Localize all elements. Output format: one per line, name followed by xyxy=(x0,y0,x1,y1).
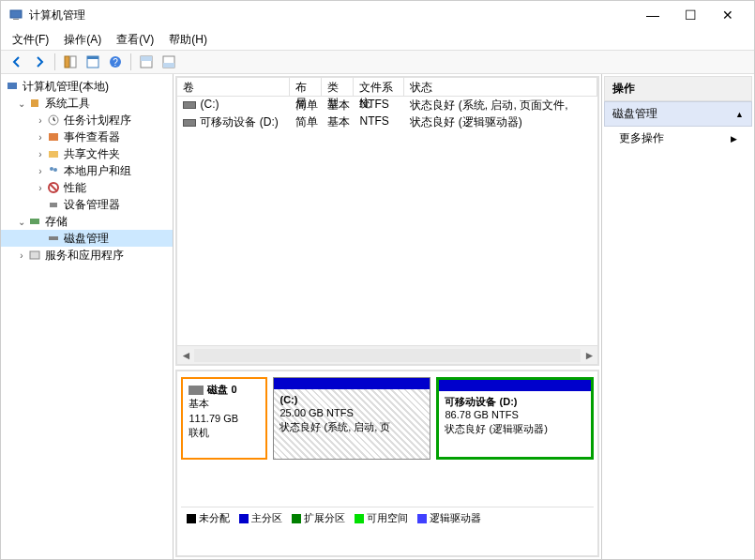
volume-list: 卷 布局 类型 文件系统 状态 (C:) 简单 基本 NTFS 状态良好 (系统… xyxy=(175,76,599,366)
swatch-extended xyxy=(292,514,301,523)
svg-rect-1 xyxy=(13,19,19,20)
disk-map: 磁盘 0 基本 111.79 GB 联机 (C:) 25.00 GB NTFS … xyxy=(175,370,599,557)
partition-c[interactable]: (C:) 25.00 GB NTFS 状态良好 (系统, 启动, 页 xyxy=(273,377,430,460)
menu-file[interactable]: 文件(F) xyxy=(5,30,56,50)
tree-storage[interactable]: ⌄存储 xyxy=(1,213,173,230)
volume-row-c[interactable]: (C:) 简单 基本 NTFS 状态良好 (系统, 启动, 页面文件, xyxy=(177,97,597,114)
properties-button[interactable] xyxy=(83,52,103,72)
back-button[interactable] xyxy=(7,52,27,72)
separator xyxy=(130,53,131,70)
tree-root[interactable]: 计算机管理(本地) xyxy=(1,78,173,95)
col-volume[interactable]: 卷 xyxy=(177,78,290,96)
view-bottom-button[interactable] xyxy=(159,52,179,72)
tree-event-viewer[interactable]: ›事件查看器 xyxy=(1,129,173,145)
swatch-logical xyxy=(417,514,427,523)
svg-rect-16 xyxy=(49,151,58,158)
svg-rect-23 xyxy=(49,236,58,240)
col-type[interactable]: 类型 xyxy=(322,78,354,96)
scroll-left-icon[interactable]: ◄ xyxy=(177,349,194,362)
tree-disk-management[interactable]: 磁盘管理 xyxy=(1,230,173,247)
partition-d[interactable]: 可移动设备 (D:) 86.78 GB NTFS 状态良好 (逻辑驱动器) xyxy=(436,377,594,460)
svg-rect-9 xyxy=(141,56,152,61)
disk-icon xyxy=(189,386,204,395)
svg-rect-24 xyxy=(30,251,39,259)
col-filesystem[interactable]: 文件系统 xyxy=(354,78,404,96)
tree-system-tools[interactable]: ⌄系统工具 xyxy=(1,95,173,112)
close-button[interactable]: ✕ xyxy=(709,2,747,28)
action-more[interactable]: 更多操作 ▶ xyxy=(604,127,752,150)
app-icon xyxy=(8,8,23,23)
svg-line-20 xyxy=(50,184,57,191)
forward-button[interactable] xyxy=(29,52,50,72)
svg-rect-21 xyxy=(50,203,57,207)
menu-action[interactable]: 操作(A) xyxy=(56,30,109,50)
actions-section-diskmgmt[interactable]: 磁盘管理 ▲ xyxy=(604,101,752,127)
separator xyxy=(54,53,55,70)
svg-rect-15 xyxy=(49,133,58,141)
window-title: 计算机管理 xyxy=(29,8,634,23)
svg-rect-2 xyxy=(65,56,69,68)
menu-help[interactable]: 帮助(H) xyxy=(161,30,215,50)
svg-rect-22 xyxy=(30,219,39,224)
tree-services-apps[interactable]: ›服务和应用程序 xyxy=(1,247,173,264)
swatch-free xyxy=(355,514,364,523)
svg-rect-11 xyxy=(163,63,174,68)
actions-header: 操作 xyxy=(604,76,752,101)
svg-rect-0 xyxy=(10,10,22,18)
svg-point-18 xyxy=(53,168,57,172)
legend: 未分配 主分区 扩展分区 可用空间 逻辑驱动器 xyxy=(181,507,594,529)
horizontal-scrollbar[interactable]: ◄ ► xyxy=(177,345,597,364)
svg-rect-5 xyxy=(87,56,98,59)
svg-rect-13 xyxy=(31,99,38,107)
disk-icon xyxy=(183,101,196,109)
scroll-right-icon[interactable]: ► xyxy=(581,349,597,362)
swatch-primary xyxy=(239,514,249,523)
view-top-button[interactable] xyxy=(136,52,157,72)
svg-rect-12 xyxy=(8,83,17,89)
col-status[interactable]: 状态 xyxy=(404,78,597,96)
swatch-unallocated xyxy=(187,514,196,523)
minimize-button[interactable]: — xyxy=(634,2,672,28)
tree-shared-folders[interactable]: ›共享文件夹 xyxy=(1,145,173,162)
tree-performance[interactable]: ›性能 xyxy=(1,179,173,196)
disk-icon xyxy=(183,119,196,127)
disk-0-info[interactable]: 磁盘 0 基本 111.79 GB 联机 xyxy=(181,377,267,460)
col-layout[interactable]: 布局 xyxy=(290,78,322,96)
navigation-tree: 计算机管理(本地) ⌄系统工具 ›任务计划程序 ›事件查看器 ›共享文件夹 ›本… xyxy=(1,74,174,559)
volume-row-d[interactable]: 可移动设备 (D:) 简单 基本 NTFS 状态良好 (逻辑驱动器) xyxy=(177,114,597,130)
tree-task-scheduler[interactable]: ›任务计划程序 xyxy=(1,112,173,129)
show-hide-tree-button[interactable] xyxy=(60,52,81,72)
help-button[interactable]: ? xyxy=(105,52,126,72)
svg-point-17 xyxy=(50,167,53,171)
tree-local-users[interactable]: ›本地用户和组 xyxy=(1,162,173,179)
svg-text:?: ? xyxy=(113,57,118,68)
maximize-button[interactable]: ☐ xyxy=(672,2,709,28)
svg-rect-3 xyxy=(70,56,76,68)
tree-device-manager[interactable]: 设备管理器 xyxy=(1,196,173,213)
chevron-right-icon: ▶ xyxy=(731,134,737,144)
collapse-icon: ▲ xyxy=(735,110,744,119)
menu-view[interactable]: 查看(V) xyxy=(109,30,161,50)
